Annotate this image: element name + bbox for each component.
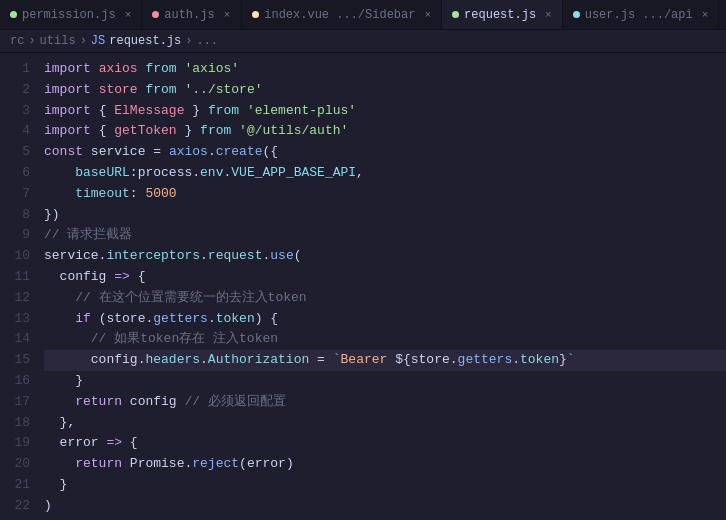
tab-dot <box>152 11 159 18</box>
code-line-19: error => { <box>44 433 726 454</box>
line-numbers: 1 2 3 4 5 6 7 8 9 10 11 12 13 14 15 16 1… <box>0 53 38 519</box>
code-line-11: config => { <box>44 267 726 288</box>
tab-label: auth.js <box>164 8 214 22</box>
code-line-18: }, <box>44 413 726 434</box>
code-content: import axios from 'axios' import store f… <box>38 53 726 519</box>
close-icon[interactable]: × <box>424 9 431 21</box>
breadcrumb-utils: utils <box>40 34 76 48</box>
tab-request[interactable]: request.js × <box>442 0 563 29</box>
close-icon[interactable]: × <box>702 9 709 21</box>
breadcrumb-ellipsis: ... <box>196 34 218 48</box>
code-line-14: // 如果token存在 注入token <box>44 329 726 350</box>
breadcrumb-js-icon: JS <box>91 34 105 48</box>
tab-label: request.js <box>464 8 536 22</box>
breadcrumb-rc: rc <box>10 34 24 48</box>
tab-index-vue[interactable]: index.vue .../Sidebar × <box>242 0 442 29</box>
tab-auth[interactable]: auth.js × <box>142 0 242 29</box>
tab-bar: permission.js × auth.js × index.vue .../… <box>0 0 726 30</box>
code-line-1: import axios from 'axios' <box>44 59 726 80</box>
tab-dot <box>452 11 459 18</box>
code-line-6: baseURL:process.env.VUE_APP_BASE_API, <box>44 163 726 184</box>
code-line-5: const service = axios.create({ <box>44 142 726 163</box>
code-line-7: timeout: 5000 <box>44 184 726 205</box>
code-line-22: ) <box>44 496 726 517</box>
code-line-16: } <box>44 371 726 392</box>
close-icon[interactable]: × <box>224 9 231 21</box>
code-line-17: return config // 必须返回配置 <box>44 392 726 413</box>
code-line-4: import { getToken } from '@/utils/auth' <box>44 121 726 142</box>
code-line-20: return Promise.reject(error) <box>44 454 726 475</box>
tab-dot <box>573 11 580 18</box>
code-line-3: import { ElMessage } from 'element-plus' <box>44 101 726 122</box>
tab-dot <box>10 11 17 18</box>
code-line-15: config.headers.Authorization = `Bearer $… <box>44 350 726 371</box>
code-editor: 1 2 3 4 5 6 7 8 9 10 11 12 13 14 15 16 1… <box>0 53 726 519</box>
code-line-21: } <box>44 475 726 496</box>
code-line-2: import store from '../store' <box>44 80 726 101</box>
breadcrumb: rc › utils › JS request.js › ... <box>0 30 726 53</box>
breadcrumb-filename: request.js <box>109 34 181 48</box>
code-line-9: // 请求拦截器 <box>44 225 726 246</box>
code-line-10: service.interceptors.request.use( <box>44 246 726 267</box>
tab-label: index.vue .../Sidebar <box>264 8 415 22</box>
code-line-13: if (store.getters.token) { <box>44 309 726 330</box>
code-line-12: // 在这个位置需要统一的去注入token <box>44 288 726 309</box>
tab-label: permission.js <box>22 8 116 22</box>
tab-permission[interactable]: permission.js × <box>0 0 142 29</box>
tab-label: user.js .../api <box>585 8 693 22</box>
code-line-8: }) <box>44 205 726 226</box>
close-icon[interactable]: × <box>545 9 552 21</box>
tab-user[interactable]: user.js .../api × <box>563 0 720 29</box>
tab-dot <box>252 11 259 18</box>
close-icon[interactable]: × <box>125 9 132 21</box>
